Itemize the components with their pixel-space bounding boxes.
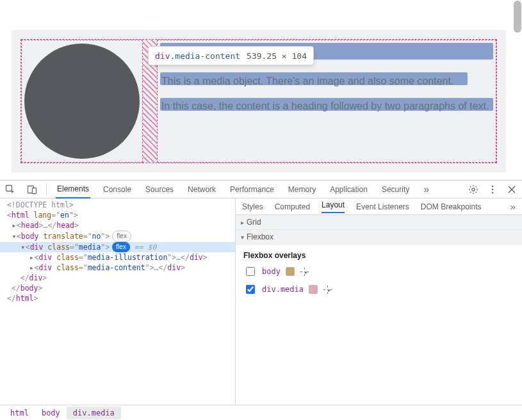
svg-point-5: [492, 188, 494, 190]
chevron-down-icon: ▾: [241, 234, 244, 241]
overlay-checkbox-div-media[interactable]: [246, 285, 255, 294]
media-paragraph-1: This is a media object. There's an image…: [161, 75, 492, 87]
flexbox-overlays: Flexbox overlays body div.med: [236, 245, 522, 303]
side-tab-dom-breakpoints[interactable]: DOM Breakpoints: [421, 202, 482, 211]
tab-memory[interactable]: Memory: [287, 181, 317, 198]
side-tab-event-listeners[interactable]: Event Listeners: [356, 202, 409, 211]
side-tab-styles[interactable]: Styles: [242, 202, 263, 211]
tooltip-tagname: div: [155, 51, 170, 61]
svg-rect-2: [33, 188, 37, 193]
dom-body-close[interactable]: </body>: [3, 283, 232, 293]
tab-performance[interactable]: Performance: [229, 181, 275, 198]
overlay-row-div-media: div.media: [243, 283, 514, 296]
dom-doctype[interactable]: <!DOCTYPE html>: [3, 200, 232, 210]
dom-div-media-close[interactable]: </div>: [3, 273, 232, 283]
tooltip-class: .media-content: [170, 51, 240, 61]
element-picker-icon[interactable]: [300, 267, 309, 277]
tab-console[interactable]: Console: [102, 181, 133, 198]
placeholder-circle: [24, 44, 140, 159]
layout-panel: ▸ Grid ▾ Flexbox Flexbox overlays body: [236, 215, 522, 303]
flexbox-overlays-title: Flexbox overlays: [243, 251, 514, 260]
element-picker-icon[interactable]: [323, 285, 332, 295]
elements-side-pane: Styles Computed Layout Event Listeners D…: [236, 198, 522, 405]
dom-html-close[interactable]: </html>: [3, 293, 232, 303]
layout-flexbox-header[interactable]: ▾ Flexbox: [236, 230, 522, 245]
tooltip-dimensions: 539.25 × 104: [247, 51, 307, 61]
overlay-swatch[interactable]: [286, 267, 295, 276]
flex-badge[interactable]: flex: [112, 230, 131, 242]
tab-security[interactable]: Security: [380, 181, 411, 198]
overlay-label[interactable]: body: [262, 267, 281, 276]
dom-div-media[interactable]: ▾<div class="media">flex == $0: [0, 242, 235, 252]
tab-sources[interactable]: Sources: [144, 181, 175, 198]
overlay-swatch[interactable]: [309, 285, 318, 294]
layout-grid-header[interactable]: ▸ Grid: [236, 215, 522, 230]
overlay-row-body: body: [243, 265, 514, 278]
side-tabs: Styles Computed Layout Event Listeners D…: [236, 198, 522, 215]
media-illustration-box: [21, 40, 143, 163]
tab-elements[interactable]: Elements: [56, 181, 90, 198]
elements-dom-tree[interactable]: <!DOCTYPE html> <html lang="en"> ▸<head>…: [0, 198, 236, 405]
side-tab-computed[interactable]: Computed: [275, 202, 310, 211]
overlay-checkbox-body[interactable]: [246, 267, 255, 276]
layout-grid-label: Grid: [247, 218, 261, 227]
inspect-element-icon[interactable]: [5, 184, 15, 195]
side-tabs-overflow-icon[interactable]: »: [510, 201, 516, 212]
dom-head[interactable]: ▸<head>…</head>: [3, 220, 232, 230]
page-viewport: Media Object This is a media object. The…: [0, 0, 522, 180]
device-toolbar-icon[interactable]: [27, 184, 37, 195]
overlay-label[interactable]: div.media: [262, 285, 304, 294]
viewport-scrollbar[interactable]: [514, 1, 521, 33]
crumb-body[interactable]: body: [35, 407, 67, 419]
dom-html-open[interactable]: <html lang="en">: [3, 210, 232, 220]
tab-application[interactable]: Application: [329, 181, 369, 198]
element-inspect-tooltip: div.media-content 539.25 × 104: [148, 46, 314, 65]
devtools-panel: Elements Console Sources Network Perform…: [0, 180, 522, 420]
media-paragraph-2: In this case, the content is a heading f…: [161, 100, 492, 112]
svg-point-6: [492, 191, 494, 193]
crumb-div-media[interactable]: div.media: [67, 407, 121, 419]
crumb-html[interactable]: html: [4, 407, 35, 419]
tabs-overflow-icon[interactable]: »: [422, 181, 430, 198]
flex-badge-active[interactable]: flex: [112, 242, 130, 252]
dom-body-open[interactable]: ▾<body translate="no">flex: [3, 230, 232, 242]
side-tab-layout[interactable]: Layout: [322, 200, 345, 213]
dom-div-content[interactable]: ▸<div class="media-content">…</div>: [3, 262, 232, 273]
tab-network[interactable]: Network: [186, 181, 217, 198]
devtools-main-tabs: Elements Console Sources Network Perform…: [0, 181, 522, 198]
kebab-menu-icon[interactable]: [487, 184, 498, 195]
dom-div-illustration[interactable]: ▸<div class="media-illustration">…</div>: [3, 252, 232, 262]
svg-point-4: [492, 185, 494, 187]
chevron-right-icon: ▸: [241, 219, 244, 226]
layout-flexbox-label: Flexbox: [247, 232, 273, 241]
breadcrumb: html body div.media: [0, 405, 522, 420]
close-icon[interactable]: [507, 184, 517, 195]
svg-point-3: [472, 188, 475, 190]
gear-icon[interactable]: [468, 184, 478, 195]
